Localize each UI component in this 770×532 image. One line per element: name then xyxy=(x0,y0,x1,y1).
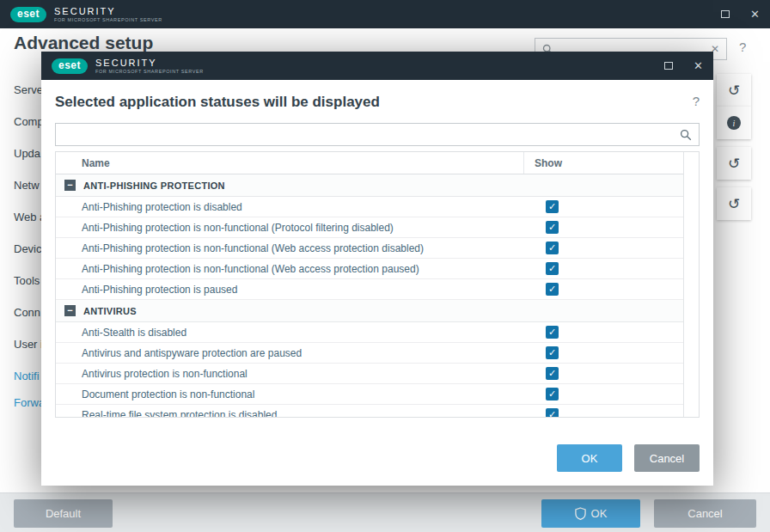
column-header-name: Name xyxy=(56,157,523,169)
status-show-cell: ✓ xyxy=(523,346,683,359)
status-name: Anti-Phishing protection is paused xyxy=(56,284,523,296)
maximize-icon[interactable] xyxy=(664,62,673,70)
status-group-row: − ANTIVIRUS xyxy=(56,300,683,322)
info-icon: i xyxy=(727,116,741,130)
status-show-cell: ✓ xyxy=(523,408,683,417)
status-table-header: Name Show xyxy=(56,152,683,174)
dialog-cancel-button[interactable]: Cancel xyxy=(634,444,700,472)
show-checkbox[interactable]: ✓ xyxy=(546,242,559,254)
close-icon[interactable]: ✕ xyxy=(694,60,703,71)
revert-button[interactable]: ↺ xyxy=(717,187,751,220)
scrollbar[interactable] xyxy=(683,152,699,417)
status-row: Antivirus protection is non-functional ✓ xyxy=(56,364,683,384)
show-checkbox[interactable]: ✓ xyxy=(546,408,559,417)
status-name: Anti-Phishing protection is disabled xyxy=(56,201,523,213)
main-footer: Default OK Cancel xyxy=(0,492,770,532)
search-icon xyxy=(680,129,692,141)
close-icon[interactable]: ✕ xyxy=(750,9,760,20)
revert-button[interactable]: ↺ xyxy=(717,147,751,180)
undo-icon: ↺ xyxy=(728,82,740,100)
product-title: SECURITY FOR MICROSOFT SHAREPOINT SERVER xyxy=(95,58,204,74)
dialog-ok-button[interactable]: OK xyxy=(557,444,622,472)
product-name: SECURITY xyxy=(54,6,162,17)
undo-icon: ↺ xyxy=(728,195,740,213)
status-group-row: − ANTI-PHISHING PROTECTION xyxy=(56,174,683,197)
status-row: Anti-Phishing protection is non-function… xyxy=(56,259,683,279)
dialog-search-box[interactable] xyxy=(55,123,700,146)
status-row: Anti-Phishing protection is disabled ✓ xyxy=(56,197,683,217)
maximize-icon[interactable] xyxy=(721,10,730,18)
status-show-cell: ✓ xyxy=(523,200,683,213)
status-row: Anti-Phishing protection is non-function… xyxy=(56,217,683,238)
product-subtitle: FOR MICROSOFT SHAREPOINT SERVER xyxy=(95,69,204,74)
ok-button-label: OK xyxy=(591,507,608,520)
product-subtitle: FOR MICROSOFT SHAREPOINT SERVER xyxy=(54,17,162,22)
page-title: Advanced setup xyxy=(14,33,153,53)
status-name: Real-time file system protection is disa… xyxy=(56,409,523,418)
status-name: Anti-Stealth is disabled xyxy=(56,327,523,339)
status-name: Anti-Phishing protection is non-function… xyxy=(56,242,523,254)
eset-logo: eset xyxy=(10,7,46,22)
product-name: SECURITY xyxy=(95,58,204,69)
status-show-cell: ✓ xyxy=(523,388,683,401)
show-checkbox[interactable]: ✓ xyxy=(546,262,559,275)
dialog-window-controls: ✕ xyxy=(664,60,703,71)
default-button[interactable]: Default xyxy=(14,499,113,528)
group-label: ANTI-PHISHING PROTECTION xyxy=(83,180,225,191)
show-checkbox[interactable]: ✓ xyxy=(546,367,559,380)
status-row: Anti-Stealth is disabled ✓ xyxy=(56,322,683,343)
status-name: Document protection is non-functional xyxy=(56,388,523,401)
status-name: Anti-Phishing protection is non-function… xyxy=(56,222,523,234)
status-show-cell: ✓ xyxy=(523,283,683,296)
group-label: ANTIVIRUS xyxy=(83,306,137,316)
collapse-icon[interactable]: − xyxy=(64,180,76,191)
collapse-icon[interactable]: − xyxy=(64,305,76,316)
eset-logo: eset xyxy=(52,58,88,74)
status-name: Antivirus and antispyware protection are… xyxy=(56,347,523,359)
dialog-footer: OK Cancel xyxy=(557,444,700,472)
show-checkbox[interactable]: ✓ xyxy=(546,200,559,213)
ok-button[interactable]: OK xyxy=(541,499,640,528)
side-action-buttons: ↺ i ↺ ↺ xyxy=(717,74,751,220)
status-show-cell: ✓ xyxy=(523,221,683,234)
info-button[interactable]: i xyxy=(717,107,751,139)
dialog-heading: Selected application statuses will be di… xyxy=(55,94,380,111)
undo-icon: ↺ xyxy=(728,155,740,173)
column-header-show: Show xyxy=(523,152,683,174)
status-table-body: − ANTI-PHISHING PROTECTION Anti-Phishing… xyxy=(56,174,683,417)
status-dialog: eset SECURITY FOR MICROSOFT SHAREPOINT S… xyxy=(41,52,713,486)
revert-button[interactable]: ↺ xyxy=(717,74,751,107)
status-show-cell: ✓ xyxy=(523,326,683,339)
status-show-cell: ✓ xyxy=(523,242,683,254)
status-row: Anti-Phishing protection is paused ✓ xyxy=(56,279,683,300)
show-checkbox[interactable]: ✓ xyxy=(546,388,559,401)
cancel-button[interactable]: Cancel xyxy=(654,499,756,528)
status-show-cell: ✓ xyxy=(523,367,683,380)
show-checkbox[interactable]: ✓ xyxy=(546,346,559,359)
product-title: SECURITY FOR MICROSOFT SHAREPOINT SERVER xyxy=(54,6,162,22)
status-table: Name Show − ANTI-PHISHING PROTECTION Ant… xyxy=(55,151,700,418)
status-name: Anti-Phishing protection is non-function… xyxy=(56,263,523,275)
status-name: Antivirus protection is non-functional xyxy=(56,368,523,380)
show-checkbox[interactable]: ✓ xyxy=(546,326,559,339)
status-row: Document protection is non-functional ✓ xyxy=(56,384,683,405)
dialog-body: Selected application statuses will be di… xyxy=(41,80,713,486)
status-row: Anti-Phishing protection is non-function… xyxy=(56,238,683,259)
window-controls: ✕ xyxy=(721,9,760,20)
dialog-titlebar: eset SECURITY FOR MICROSOFT SHAREPOINT S… xyxy=(41,52,713,80)
status-show-cell: ✓ xyxy=(523,262,683,275)
status-row: Real-time file system protection is disa… xyxy=(56,405,683,417)
main-titlebar: eset SECURITY FOR MICROSOFT SHAREPOINT S… xyxy=(0,0,770,28)
dialog-help-icon[interactable]: ? xyxy=(693,94,700,108)
help-icon[interactable]: ? xyxy=(739,40,746,54)
shield-icon xyxy=(575,507,586,520)
dialog-search-input[interactable] xyxy=(63,129,675,141)
show-checkbox[interactable]: ✓ xyxy=(546,283,559,296)
status-row: Antivirus and antispyware protection are… xyxy=(56,343,683,364)
show-checkbox[interactable]: ✓ xyxy=(546,221,559,234)
